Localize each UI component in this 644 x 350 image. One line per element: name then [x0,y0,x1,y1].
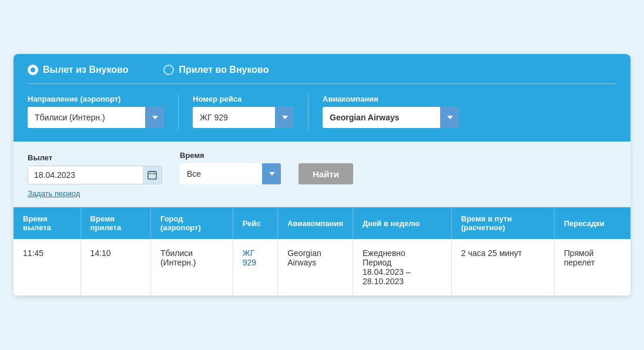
flight-dropdown-button[interactable] [275,107,294,128]
flight-label: Номер рейса [193,95,294,103]
col-city: Город (аэропорт) [150,207,233,239]
cell-flight[interactable]: ЖГ 929 [233,239,277,296]
main-container: Вылет из Внуково Прилет во Внуково Напра… [14,54,630,296]
airline-label: Авиакомпания [323,95,459,103]
days-line1: Ежедневно [363,248,405,258]
flight-link[interactable]: ЖГ 929 [243,248,256,267]
departure-label: Вылет [28,153,162,162]
airline-value: Georgian Airways [323,108,440,127]
date-input[interactable] [28,166,143,184]
cell-airline: GeorgianAirways [278,239,353,296]
flight-field-group: Номер рейса ЖГ 929 [193,95,294,128]
col-departure-time: Время вылета [14,207,80,239]
col-days: Дней в неделю [353,207,452,239]
days-line3: 18.04.2023 – 28.10.2023 [363,267,411,286]
cell-arrival-time: 14:10 [80,239,150,296]
date-input-wrapper [28,166,162,184]
direction-dropdown-button[interactable] [145,107,164,128]
cell-city: Тбилиси (Интерн.) [150,239,233,296]
direction-label: Направление (аэропорт) [28,95,164,103]
time-select-wrapper: Все [180,163,281,184]
airline-dropdown-button[interactable] [440,107,459,128]
airline-chevron-icon [447,116,453,119]
flight-select-wrapper: ЖГ 929 [193,107,294,128]
col-arrival-time: Время прилета [80,207,150,239]
days-line2: Период [363,258,391,267]
table-row: 11:45 14:10 Тбилиси (Интерн.) ЖГ 929 Geo… [14,239,630,296]
col-transfers: Пересадки [554,207,630,239]
radio-departure-circle [28,65,38,75]
radio-arrival-circle [163,65,174,75]
direction-chevron-icon [152,116,158,119]
cell-departure-time: 11:45 [14,239,80,296]
calendar-icon [147,170,157,180]
time-label: Время [180,151,281,160]
direction-field-group: Направление (аэропорт) Тбилиси (Интерн.) [28,95,164,128]
middle-section: Вылет Время Вс [14,142,630,207]
airline-field-group: Авиакомпания Georgian Airways [323,95,459,128]
top-section: Вылет из Внуково Прилет во Внуково Напра… [14,54,630,142]
divider-2 [308,95,308,130]
radio-arrival[interactable]: Прилет во Внуково [163,65,269,75]
cell-transfers: Прямой перелет [554,239,630,296]
radio-row: Вылет из Внуково Прилет во Внуково [28,65,616,84]
airline-select-wrapper: Georgian Airways [323,107,459,128]
col-flight: Рейс [233,207,277,239]
flights-table: Время вылета Время прилета Город (аэропо… [14,207,630,296]
time-chevron-icon [269,172,275,176]
table-section: Время вылета Время прилета Город (аэропо… [14,207,630,296]
direction-value: Тбилиси (Интерн.) [28,108,145,127]
svg-rect-0 [148,171,156,179]
date-group: Вылет [28,153,162,184]
cell-duration: 2 часа 25 минут [451,239,554,296]
radio-arrival-label: Прилет во Внуково [179,65,269,75]
period-link[interactable]: Задать период [28,189,80,198]
airline-cell-value: GeorgianAirways [287,248,321,267]
flight-chevron-icon [282,116,288,119]
calendar-button[interactable] [143,166,162,184]
col-airline: Авиакомпания [278,207,353,239]
time-dropdown-button[interactable] [262,163,281,184]
cell-days: Ежедневно Период 18.04.2023 – 28.10.2023 [353,239,452,296]
fields-row: Направление (аэропорт) Тбилиси (Интерн.)… [28,95,616,130]
middle-row: Вылет Время Вс [28,151,616,184]
flight-value: ЖГ 929 [193,108,275,127]
col-duration: Время в пути (расчетное) [451,207,554,239]
radio-departure-label: Вылет из Внуково [43,65,128,75]
divider-1 [178,95,179,130]
direction-select-wrapper: Тбилиси (Интерн.) [28,107,164,128]
table-header-row: Время вылета Время прилета Город (аэропо… [14,207,630,239]
search-button[interactable]: Найти [298,163,353,184]
radio-departure[interactable]: Вылет из Внуково [28,65,128,75]
time-value: Все [180,164,262,183]
time-group: Время Все [180,151,281,184]
